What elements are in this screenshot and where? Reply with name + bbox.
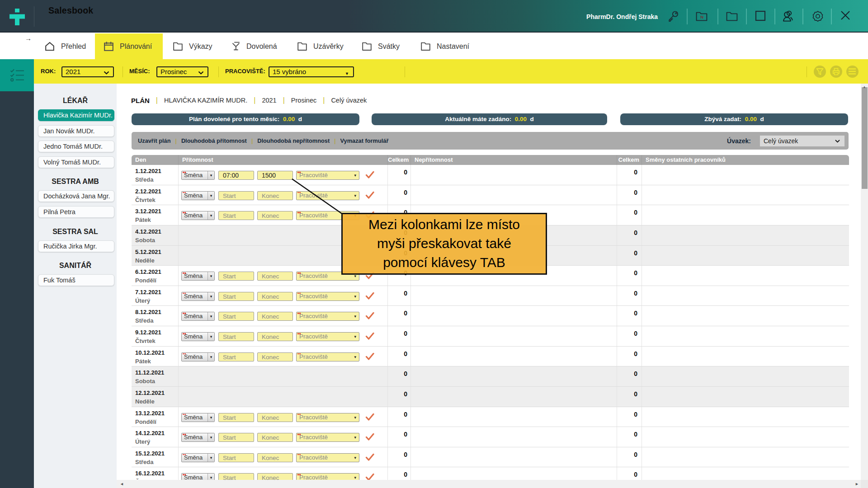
- svg-text:N: N: [700, 14, 703, 19]
